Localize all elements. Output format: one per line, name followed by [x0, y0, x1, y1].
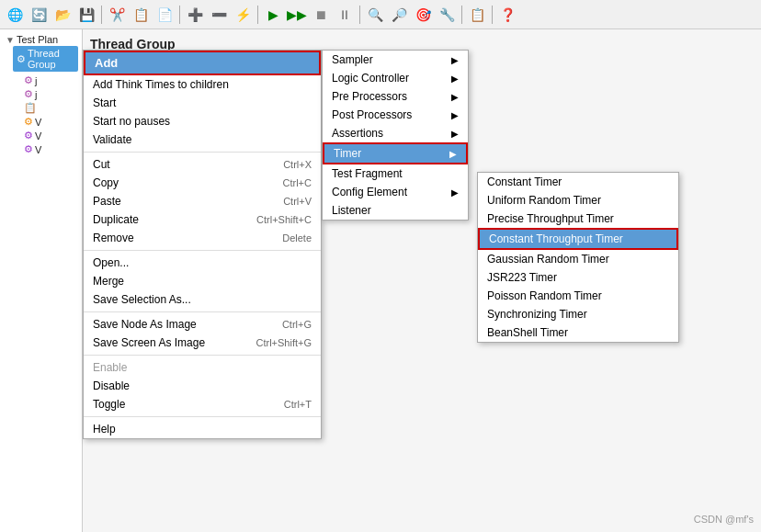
menu-paste[interactable]: Paste Ctrl+V: [84, 192, 321, 210]
toolbar-help-btn[interactable]: ❓: [496, 4, 518, 26]
timer-precise-throughput[interactable]: Precise Throughput Timer: [478, 209, 678, 228]
toolbar-sep1: [101, 6, 102, 24]
toolbar-list-btn[interactable]: 📋: [466, 4, 488, 26]
thread-group-label: Thread Group: [28, 48, 74, 70]
toolbar-shutdown-btn[interactable]: ⏸: [334, 4, 356, 26]
item3-icon: 📋: [24, 102, 37, 114]
toolbar-copy-btn[interactable]: 📋: [130, 4, 152, 26]
menu-save-selection[interactable]: Save Selection As...: [84, 290, 321, 309]
pre-arrow: ▶: [451, 92, 459, 102]
config-arrow: ▶: [451, 187, 459, 198]
item6-icon: ⚙: [24, 143, 33, 155]
toolbar-run-no-pause-btn[interactable]: ▶▶: [286, 4, 308, 26]
menu-copy[interactable]: Copy Ctrl+C: [84, 174, 321, 192]
submenu-config-element[interactable]: Config Element ▶: [323, 183, 468, 201]
tree-item-4[interactable]: ⚙ V: [22, 115, 78, 129]
item5-label: V: [35, 130, 41, 141]
toolbar-run-btn[interactable]: ▶: [262, 4, 284, 26]
submenu-listener[interactable]: Listener: [323, 201, 468, 220]
submenu-test-fragment[interactable]: Test Fragment: [323, 164, 468, 183]
thread-group-icon: ⚙: [17, 53, 26, 65]
item1-icon: ⚙: [24, 74, 33, 86]
menu-start[interactable]: Start: [84, 94, 321, 112]
menu-sep2: [84, 250, 321, 251]
toolbar-expand-btn[interactable]: ⚡: [232, 4, 254, 26]
submenu-sampler[interactable]: Sampler ▶: [323, 51, 468, 69]
menu-help[interactable]: Help: [84, 420, 321, 438]
menu-disable[interactable]: Disable: [84, 377, 321, 395]
tree-item-6[interactable]: ⚙ V: [22, 142, 78, 156]
item6-label: V: [35, 144, 41, 155]
menu-validate[interactable]: Validate: [84, 130, 321, 149]
menu-open[interactable]: Open...: [84, 254, 321, 272]
submenu-pre-processors[interactable]: Pre Processors ▶: [323, 87, 468, 106]
toolbar-sep4: [359, 6, 360, 24]
tree-item-1[interactable]: ⚙ j: [22, 74, 78, 87]
toolbar-stop-btn[interactable]: ⏹: [310, 4, 332, 26]
toolbar-globe-btn[interactable]: 🌐: [4, 4, 26, 26]
menu-sep4: [84, 355, 321, 356]
tree-item-thread-group[interactable]: ⚙ Thread Group: [13, 46, 78, 72]
toolbar-cut-btn[interactable]: ✂️: [106, 4, 128, 26]
submenu-logic-controller[interactable]: Logic Controller ▶: [323, 69, 468, 87]
timer-uniform-random[interactable]: Uniform Random Timer: [478, 191, 678, 209]
toolbar-tools-btn[interactable]: 🔧: [436, 4, 458, 26]
toolbar-target-btn[interactable]: 🎯: [412, 4, 434, 26]
menu-save-node[interactable]: Save Node As Image Ctrl+G: [84, 315, 321, 334]
menu-sep5: [84, 416, 321, 417]
toolbar: 🌐 🔄 📂 💾 ✂️ 📋 📄 ➕ ➖ ⚡ ▶ ▶▶ ⏹ ⏸ 🔍 🔎 🎯 🔧 📋 …: [0, 0, 761, 29]
toolbar-sep5: [461, 6, 462, 24]
menu-duplicate[interactable]: Duplicate Ctrl+Shift+C: [84, 210, 321, 229]
tree-root[interactable]: ▼ Test Plan: [4, 33, 78, 46]
menu-cut[interactable]: Cut Ctrl+X: [84, 155, 321, 174]
menu-enable: Enable: [84, 358, 321, 377]
toolbar-search-btn[interactable]: 🔍: [364, 4, 386, 26]
item2-icon: ⚙: [24, 88, 33, 100]
submenu-timer[interactable]: Timer ▶: [323, 142, 468, 164]
menu-start-no-pauses[interactable]: Start no pauses: [84, 112, 321, 130]
menu-remove[interactable]: Remove Delete: [84, 229, 321, 247]
timer-poisson-random[interactable]: Poisson Random Timer: [478, 287, 678, 305]
timer-submenu[interactable]: Constant Timer Uniform Random Timer Prec…: [477, 172, 679, 343]
toolbar-clear-btn[interactable]: 🔎: [388, 4, 410, 26]
item4-icon: ⚙: [24, 116, 33, 128]
tree-item-3[interactable]: 📋: [22, 101, 78, 115]
timer-jsr223[interactable]: JSR223 Timer: [478, 268, 678, 287]
toolbar-add-btn[interactable]: ➕: [184, 4, 206, 26]
timer-constant[interactable]: Constant Timer: [478, 173, 678, 191]
toolbar-paste-btn[interactable]: 📄: [153, 4, 176, 26]
assertions-arrow: ▶: [451, 129, 459, 139]
menu-save-screen[interactable]: Save Screen As Image Ctrl+Shift+G: [84, 334, 321, 352]
post-arrow: ▶: [451, 110, 459, 120]
add-menu-header: Add: [84, 51, 321, 75]
add-submenu[interactable]: Sampler ▶ Logic Controller ▶ Pre Process…: [322, 50, 469, 221]
timer-gaussian-random[interactable]: Gaussian Random Timer: [478, 250, 678, 268]
toolbar-remove-btn[interactable]: ➖: [208, 4, 230, 26]
sampler-arrow: ▶: [451, 55, 459, 65]
timer-synchronizing[interactable]: Synchronizing Timer: [478, 305, 678, 323]
tree-item-2[interactable]: ⚙ j: [22, 87, 78, 101]
timer-arrow: ▶: [449, 149, 457, 159]
tree-panel: ▼ Test Plan ⚙ Thread Group ⚙ j ⚙ j 📋: [0, 29, 83, 532]
menu-sep1: [84, 152, 321, 153]
submenu-post-processors[interactable]: Post Processors ▶: [323, 106, 468, 124]
item1-label: j: [35, 75, 37, 86]
timer-constant-throughput[interactable]: Constant Throughput Timer: [478, 228, 678, 250]
tree-item-5[interactable]: ⚙ V: [22, 129, 78, 142]
menu-toggle[interactable]: Toggle Ctrl+T: [84, 395, 321, 413]
menu-add-think-times[interactable]: Add Think Times to children: [84, 75, 321, 94]
item2-label: j: [35, 89, 37, 100]
toolbar-sep2: [179, 6, 180, 24]
toolbar-save-btn[interactable]: 💾: [75, 4, 97, 26]
submenu-assertions[interactable]: Assertions ▶: [323, 124, 468, 142]
timer-beanshell[interactable]: BeanShell Timer: [478, 323, 678, 342]
toolbar-sep3: [257, 6, 258, 24]
toolbar-sep6: [492, 6, 493, 24]
menu-merge[interactable]: Merge: [84, 272, 321, 290]
toolbar-refresh-btn[interactable]: 🔄: [28, 4, 50, 26]
add-context-menu[interactable]: Add Add Think Times to children Start St…: [83, 50, 322, 439]
toolbar-open-btn[interactable]: 📂: [51, 4, 74, 26]
tree-expand-icon: ▼: [6, 35, 15, 45]
tree-root-label: Test Plan: [17, 34, 58, 45]
watermark: CSDN @mf's: [694, 514, 754, 525]
